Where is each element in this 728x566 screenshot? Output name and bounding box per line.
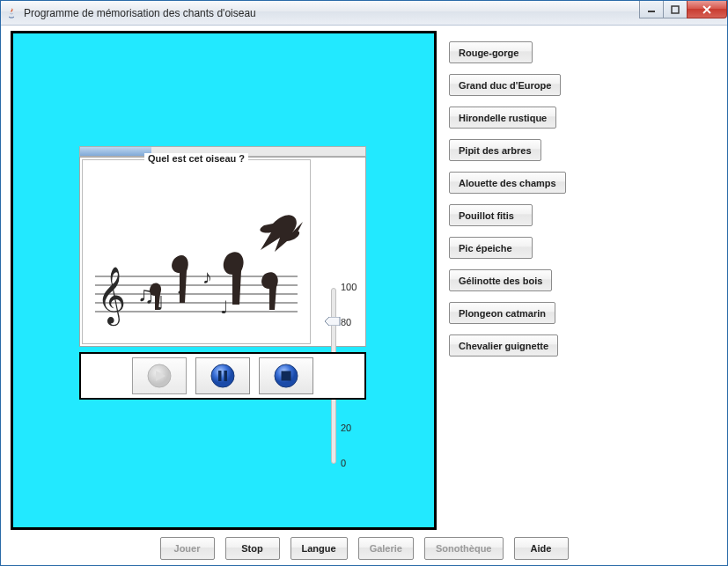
bird-choice-5[interactable]: Pouillot fitis	[449, 204, 533, 226]
play-button	[132, 357, 187, 394]
quiz-progress-fill	[80, 147, 151, 156]
bird-choice-8[interactable]: Plongeon catmarin	[449, 302, 555, 324]
java-icon	[4, 6, 18, 20]
pause-button[interactable]	[195, 357, 250, 394]
stop-media-button[interactable]	[259, 357, 313, 394]
bottom-toolbar: Jouer Stop Langue Galerie Sonothèque Aid…	[1, 537, 727, 560]
app-window: Programme de mémorisation des chants d'o…	[0, 0, 728, 566]
bird-choice-6[interactable]: Pic épeiche	[449, 237, 533, 259]
bird-choice-0[interactable]: Rouge-gorge	[449, 41, 533, 63]
window-controls	[640, 1, 727, 18]
sonotheque-button: Sonothèque	[424, 537, 504, 560]
media-controls	[79, 352, 366, 400]
jouer-button: Jouer	[160, 537, 215, 560]
bird-choice-7[interactable]: Gélinotte des bois	[449, 269, 552, 291]
svg-marker-13	[325, 317, 340, 326]
tick-20: 20	[341, 423, 351, 433]
volume-slider-thumb[interactable]	[325, 316, 341, 325]
bird-choice-2[interactable]: Hirondelle rustique	[449, 107, 556, 129]
window-title: Programme de mémorisation des chants d'o…	[24, 7, 256, 19]
bird-illustration: 𝄞 ♫ ♩ ♪ ♪ ♩	[88, 171, 305, 338]
minimize-button[interactable]	[639, 1, 664, 18]
svg-text:♩: ♩	[220, 298, 228, 317]
visual-panel: Quel est cet oiseau ?	[11, 31, 437, 530]
bird-choice-list: Rouge-gorge Grand duc d'Europe Hirondell…	[449, 41, 597, 357]
tick-80: 80	[341, 317, 351, 327]
svg-point-16	[211, 364, 234, 387]
bird-choice-1[interactable]: Grand duc d'Europe	[449, 74, 561, 96]
bird-choice-9[interactable]: Chevalier guignette	[449, 334, 558, 357]
bird-choice-3[interactable]: Pipit des arbres	[449, 139, 541, 161]
close-button[interactable]	[687, 1, 727, 18]
svg-text:♪: ♪	[202, 266, 212, 288]
stop-button[interactable]: Stop	[225, 537, 280, 560]
svg-rect-17	[218, 371, 222, 381]
tick-0: 0	[341, 458, 346, 468]
svg-rect-1	[672, 6, 679, 13]
quiz-inner: Quel est cet oiseau ?	[79, 157, 366, 347]
titlebar: Programme de mémorisation des chants d'o…	[1, 1, 727, 26]
svg-rect-0	[648, 11, 655, 12]
svg-text:𝄞: 𝄞	[97, 267, 126, 327]
quiz-question: Quel est cet oiseau ?	[144, 153, 248, 164]
maximize-button[interactable]	[663, 1, 688, 18]
svg-rect-20	[282, 371, 291, 381]
galerie-button: Galerie	[358, 537, 414, 560]
langue-button[interactable]: Langue	[290, 537, 348, 560]
svg-rect-18	[224, 371, 228, 381]
client-area: Quel est cet oiseau ?	[1, 26, 727, 565]
aide-button[interactable]: Aide	[514, 537, 569, 560]
quiz-box: Quel est cet oiseau ?	[79, 146, 366, 347]
tick-100: 100	[341, 282, 357, 292]
bird-choice-4[interactable]: Alouette des champs	[449, 172, 566, 194]
quiz-fieldset: Quel est cet oiseau ?	[82, 159, 311, 344]
